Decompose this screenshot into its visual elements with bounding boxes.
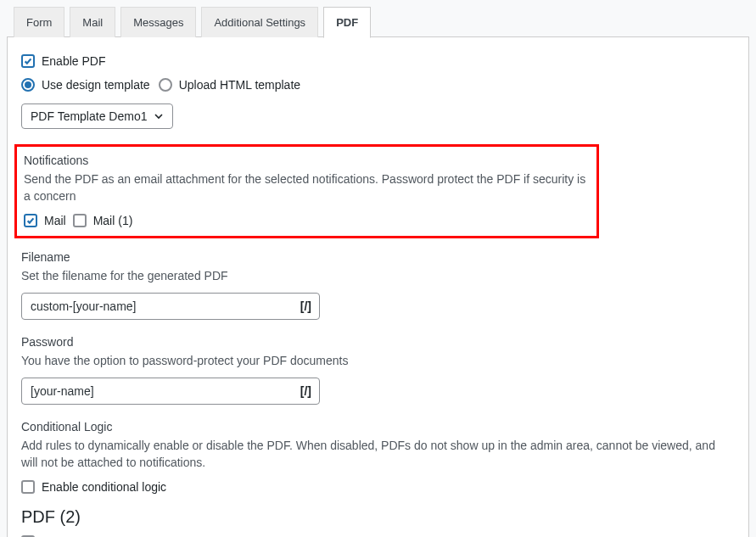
checkmark-icon — [25, 215, 36, 227]
filename-title: Filename — [21, 250, 735, 264]
tabs-bar: Form Mail Messages Additional Settings P… — [7, 7, 749, 37]
password-section: Password You have the option to password… — [21, 335, 735, 405]
conditional-title: Conditional Logic — [21, 420, 735, 434]
template-mode-design-option[interactable]: Use design template — [21, 78, 150, 92]
template-mode-upload-radio[interactable] — [159, 78, 172, 92]
tab-additional-settings[interactable]: Additional Settings — [201, 7, 318, 37]
chevron-down-icon — [154, 111, 164, 121]
enable-conditional-label: Enable conditional logic — [42, 480, 166, 494]
tab-mail[interactable]: Mail — [70, 7, 115, 37]
pdf2-heading: PDF (2) — [21, 507, 735, 527]
tab-form[interactable]: Form — [14, 7, 64, 37]
enable-pdf-checkbox[interactable] — [21, 54, 35, 68]
template-mode-upload-label: Upload HTML template — [179, 78, 300, 92]
notifications-options: Mail Mail (1) — [24, 214, 590, 227]
filename-desc: Set the filename for the generated PDF — [21, 267, 735, 284]
notifications-title: Notifications — [24, 154, 590, 167]
checkmark-icon — [23, 55, 33, 67]
password-input[interactable] — [21, 378, 320, 405]
enable-conditional-row: Enable conditional logic — [21, 480, 735, 494]
filename-section: Filename Set the filename for the genera… — [21, 250, 735, 320]
notification-mail-label: Mail — [44, 214, 66, 227]
enable-conditional-checkbox[interactable] — [21, 480, 35, 494]
password-title: Password — [21, 335, 735, 349]
conditional-logic-section: Conditional Logic Add rules to dynamical… — [21, 420, 735, 494]
notification-option-mail1[interactable]: Mail (1) — [73, 214, 133, 227]
filename-input[interactable] — [21, 293, 320, 320]
template-mode-design-label: Use design template — [42, 78, 150, 92]
template-select[interactable]: PDF Template Demo1 — [21, 103, 173, 129]
enable-pdf-label: Enable PDF — [42, 54, 105, 68]
template-mode-group: Use design template Upload HTML template — [21, 78, 735, 92]
filename-merge-tag-button[interactable]: [/] — [300, 299, 311, 313]
template-mode-upload-option[interactable]: Upload HTML template — [159, 78, 300, 92]
pdf-settings-pane: Enable PDF Use design template Upload HT… — [7, 36, 749, 537]
conditional-desc: Add rules to dynamically enable or disab… — [21, 437, 735, 472]
notification-option-mail[interactable]: Mail — [24, 214, 66, 227]
template-select-value: PDF Template Demo1 — [31, 109, 147, 123]
template-mode-design-radio[interactable] — [21, 78, 35, 92]
notifications-section: Notifications Send the PDF as an email a… — [14, 144, 599, 238]
tab-messages[interactable]: Messages — [120, 7, 196, 37]
notification-mail1-label: Mail (1) — [93, 214, 133, 227]
notification-mail-checkbox[interactable] — [24, 214, 37, 227]
notifications-desc: Send the PDF as an email attachment for … — [24, 171, 590, 205]
password-input-wrap: [/] — [21, 378, 320, 405]
notification-mail1-checkbox[interactable] — [73, 214, 87, 227]
password-desc: You have the option to password-protect … — [21, 352, 735, 369]
filename-input-wrap: [/] — [21, 293, 320, 320]
tab-pdf[interactable]: PDF — [323, 7, 371, 38]
password-merge-tag-button[interactable]: [/] — [300, 384, 311, 398]
enable-pdf-row: Enable PDF — [21, 54, 735, 68]
